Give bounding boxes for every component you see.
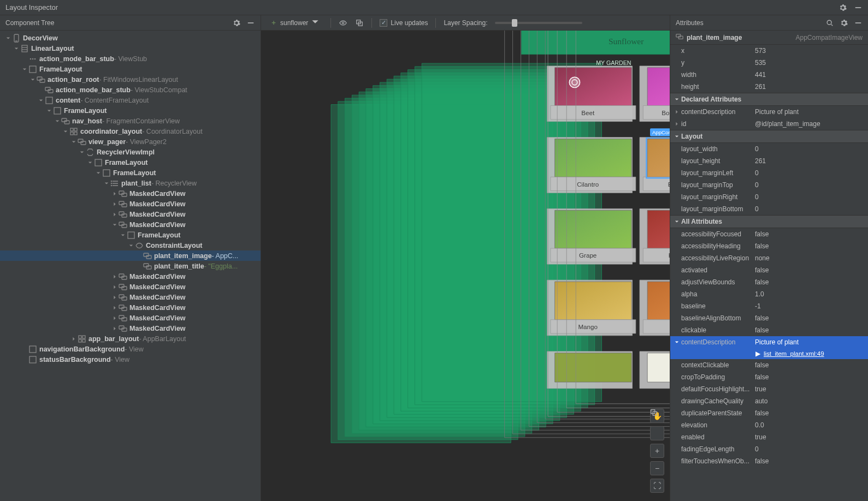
tree-row[interactable]: plant_list - RecyclerView	[0, 178, 261, 188]
collapse-icon[interactable]	[854, 19, 863, 27]
attribute-row[interactable]: accessibilityFocusedfalse	[670, 228, 868, 240]
collapse-icon[interactable]	[246, 19, 255, 27]
search-icon[interactable]	[825, 19, 834, 27]
expand-caret-icon[interactable]	[111, 190, 119, 198]
tree-row[interactable]: FrameLayout	[0, 230, 261, 240]
tree-row[interactable]: action_mode_bar_stub - ViewStub	[0, 53, 261, 64]
expand-caret-icon[interactable]	[21, 55, 28, 63]
expand-caret-icon[interactable]	[111, 200, 119, 208]
attribute-row[interactable]: height261	[670, 81, 868, 93]
attribute-row[interactable]: adjustViewBoundsfalse	[670, 276, 868, 288]
attribute-row[interactable]: fadingEdgeLength0	[670, 443, 868, 455]
expand-caret-icon[interactable]	[45, 107, 53, 115]
expand-caret-icon[interactable]	[62, 128, 69, 135]
zoom-fit-button[interactable]: ⛶	[650, 479, 664, 493]
gear-icon[interactable]	[840, 19, 848, 27]
expand-caret-icon[interactable]	[37, 86, 45, 94]
expand-caret-icon[interactable]	[4, 34, 12, 42]
expand-caret-icon[interactable]	[135, 263, 143, 270]
expand-caret-icon[interactable]	[70, 335, 78, 343]
attribute-row[interactable]: y535	[670, 57, 868, 69]
expand-caret-icon[interactable]	[111, 221, 119, 229]
zoom-out-button[interactable]: −	[650, 461, 664, 475]
tree-row[interactable]: nav_host - FragmentContainerView	[0, 116, 261, 126]
tree-row[interactable]: MaskedCardView	[0, 282, 261, 292]
expand-caret-icon[interactable]	[103, 180, 110, 187]
expand-caret-icon[interactable]	[21, 345, 28, 353]
attribute-row[interactable]: baselineAlignBottomfalse	[670, 312, 868, 324]
attribute-source-link[interactable]: ▶list_item_plant.xml:49	[670, 348, 868, 359]
attribute-row[interactable]: width441	[670, 69, 868, 81]
live-updates-checkbox[interactable]: Live updates	[380, 19, 428, 27]
tree-row[interactable]: FrameLayout	[0, 157, 261, 168]
expand-caret-icon[interactable]	[29, 76, 37, 83]
tree-row[interactable]: app_bar_layout - AppBarLayout	[0, 333, 261, 344]
tree-row[interactable]: FrameLayout	[0, 168, 261, 178]
attribute-row[interactable]: x573	[670, 45, 868, 57]
expand-caret-icon[interactable]	[111, 273, 119, 281]
expand-caret-icon[interactable]	[86, 159, 94, 166]
gear-icon[interactable]	[232, 19, 241, 27]
tree-row[interactable]: MaskedCardView	[0, 313, 261, 323]
tree-row[interactable]: statusBarBackground - View	[0, 354, 261, 365]
tree-row[interactable]: MaskedCardView	[0, 199, 261, 209]
attribute-row[interactable]: layout_width0	[670, 143, 868, 155]
attribute-row[interactable]: baseline-1	[670, 300, 868, 312]
attribute-section-header[interactable]: Layout	[670, 130, 868, 143]
overlay-icon[interactable]	[355, 19, 364, 27]
tree-row[interactable]: view_pager - ViewPager2	[0, 136, 261, 147]
tree-row[interactable]: FrameLayout	[0, 64, 261, 74]
attribute-row[interactable]: id@id/plant_item_image	[670, 118, 868, 130]
expand-caret-icon[interactable]	[37, 97, 45, 104]
expand-caret-icon[interactable]	[111, 304, 119, 312]
expand-caret-icon[interactable]	[111, 325, 119, 332]
expand-caret-icon[interactable]	[54, 117, 61, 125]
expand-caret-icon[interactable]	[13, 45, 20, 52]
attribute-row[interactable]: cropToPaddingfalse	[670, 371, 868, 383]
expand-caret-icon[interactable]	[21, 356, 28, 363]
expand-caret-icon[interactable]	[111, 294, 119, 301]
attribute-row[interactable]: layout_marginTop0	[670, 179, 868, 191]
attribute-row[interactable]: duplicateParentStatefalse	[670, 407, 868, 419]
tree-row[interactable]: LinearLayout	[0, 43, 261, 53]
attribute-row[interactable]: layout_marginBottom0	[670, 203, 868, 215]
expand-caret-icon[interactable]	[111, 314, 119, 322]
expand-caret-icon[interactable]	[111, 211, 119, 218]
attribute-row[interactable]: layout_marginLeft0	[670, 167, 868, 179]
tree-row[interactable]: MaskedCardView	[0, 209, 261, 219]
expand-caret-icon[interactable]	[127, 242, 135, 249]
snapshot-icon[interactable]	[650, 426, 664, 440]
attribute-row[interactable]: contentDescriptionPicture of plant	[670, 336, 868, 348]
attribute-section-header[interactable]: Declared Attributes	[670, 93, 868, 106]
component-tree[interactable]: DecorViewLinearLayoutaction_mode_bar_stu…	[0, 31, 261, 501]
tree-row[interactable]: MaskedCardView	[0, 302, 261, 313]
layer-spacing-slider[interactable]	[495, 22, 582, 24]
gear-icon[interactable]	[839, 3, 847, 12]
tree-row[interactable]: MaskedCardView	[0, 292, 261, 302]
expand-caret-icon[interactable]	[78, 148, 86, 156]
attribute-row[interactable]: accessibilityLiveRegionnone	[670, 252, 868, 264]
eye-icon[interactable]	[339, 19, 347, 27]
tree-row[interactable]: RecyclerViewImpl	[0, 147, 261, 157]
tree-row[interactable]: MaskedCardView	[0, 188, 261, 199]
attribute-row[interactable]: contentDescriptionPicture of plant	[670, 106, 868, 118]
zoom-in-button[interactable]: +	[650, 444, 664, 458]
attribute-section-header[interactable]: All Attributes	[670, 215, 868, 228]
expand-caret-icon[interactable]	[119, 231, 127, 239]
attribute-row[interactable]: clickablefalse	[670, 324, 868, 336]
tree-row[interactable]: action_mode_bar_stub - ViewStubCompat	[0, 85, 261, 95]
attribute-row[interactable]: layout_marginRight0	[670, 191, 868, 203]
tree-row[interactable]: MaskedCardView	[0, 271, 261, 282]
tree-row[interactable]: content - ContentFrameLayout	[0, 95, 261, 105]
tree-row[interactable]: navigationBarBackground - View	[0, 344, 261, 354]
minimize-icon[interactable]	[854, 3, 863, 12]
tree-row[interactable]: plant_item_image - AppC...	[0, 250, 261, 261]
expand-caret-icon[interactable]	[111, 283, 119, 291]
expand-caret-icon[interactable]	[21, 65, 28, 73]
layout-3d-viewport[interactable]: SunflowerMY GARDEN🌱BeetBougainvilleaCila…	[261, 31, 670, 501]
tree-row[interactable]: action_bar_root - FitWindowsLinearLayout	[0, 74, 261, 85]
tree-row[interactable]: coordinator_layout - CoordinatorLayout	[0, 126, 261, 136]
expand-caret-icon[interactable]	[95, 169, 102, 177]
attribute-row[interactable]: filterTouchesWhenOb...false	[670, 455, 868, 467]
tree-row[interactable]: FrameLayout	[0, 105, 261, 116]
